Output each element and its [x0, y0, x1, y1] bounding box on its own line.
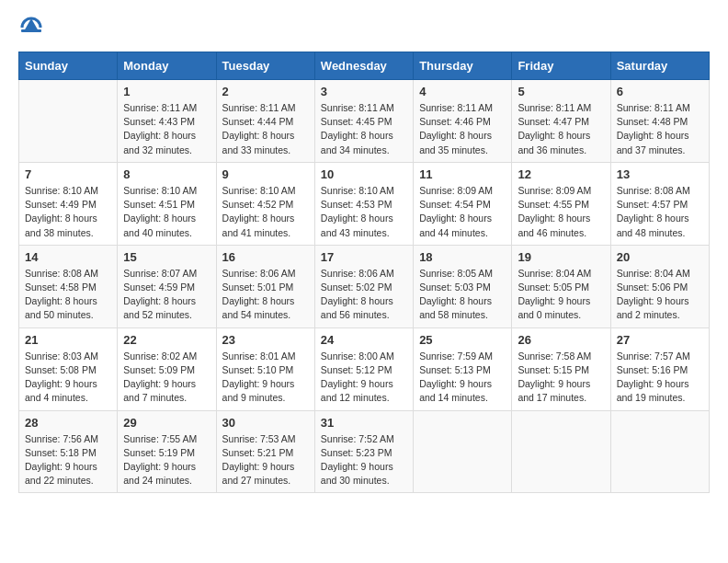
day-info: Sunrise: 8:00 AM Sunset: 5:12 PM Dayligh… [321, 350, 407, 406]
calendar-cell: 31Sunrise: 7:52 AM Sunset: 5:23 PM Dayli… [314, 410, 413, 493]
day-info: Sunrise: 8:08 AM Sunset: 4:57 PM Dayligh… [617, 184, 703, 240]
day-info: Sunrise: 8:11 AM Sunset: 4:45 PM Dayligh… [321, 101, 407, 157]
day-info: Sunrise: 7:55 AM Sunset: 5:19 PM Dayligh… [123, 432, 210, 488]
weekday-saturday: Saturday [610, 52, 709, 80]
day-number: 7 [25, 167, 111, 181]
calendar-cell [610, 410, 709, 493]
day-number: 13 [617, 167, 703, 181]
calendar-cell: 11Sunrise: 8:09 AM Sunset: 4:54 PM Dayli… [414, 162, 512, 245]
logo-icon [18, 15, 44, 40]
calendar-cell: 27Sunrise: 7:57 AM Sunset: 5:16 PM Dayli… [610, 327, 709, 410]
calendar-cell: 13Sunrise: 8:08 AM Sunset: 4:57 PM Dayli… [610, 162, 709, 245]
day-info: Sunrise: 8:10 AM Sunset: 4:49 PM Dayligh… [25, 184, 111, 240]
calendar-cell: 28Sunrise: 7:56 AM Sunset: 5:18 PM Dayli… [19, 410, 118, 493]
calendar-cell: 16Sunrise: 8:06 AM Sunset: 5:01 PM Dayli… [216, 245, 314, 327]
calendar-cell: 4Sunrise: 8:11 AM Sunset: 4:46 PM Daylig… [414, 80, 512, 163]
day-info: Sunrise: 8:11 AM Sunset: 4:44 PM Dayligh… [222, 101, 309, 157]
day-number: 24 [321, 333, 407, 347]
calendar-body: 1Sunrise: 8:11 AM Sunset: 4:43 PM Daylig… [19, 80, 710, 493]
calendar-cell: 19Sunrise: 8:04 AM Sunset: 5:05 PM Dayli… [512, 245, 610, 327]
calendar-cell: 20Sunrise: 8:04 AM Sunset: 5:06 PM Dayli… [610, 245, 709, 327]
day-number: 19 [518, 250, 604, 264]
day-number: 2 [222, 85, 309, 98]
day-info: Sunrise: 8:11 AM Sunset: 4:46 PM Dayligh… [419, 101, 506, 157]
day-number: 22 [123, 333, 210, 347]
day-number: 28 [25, 416, 111, 430]
day-number: 12 [518, 167, 604, 181]
day-info: Sunrise: 8:01 AM Sunset: 5:10 PM Dayligh… [222, 350, 309, 406]
calendar-cell [414, 410, 512, 493]
logo [18, 15, 48, 40]
day-number: 20 [617, 250, 703, 264]
day-info: Sunrise: 8:04 AM Sunset: 5:05 PM Dayligh… [518, 267, 604, 323]
day-number: 15 [123, 250, 210, 264]
day-number: 18 [419, 250, 506, 264]
weekday-tuesday: Tuesday [216, 52, 314, 80]
weekday-sunday: Sunday [19, 52, 118, 80]
calendar-cell: 30Sunrise: 7:53 AM Sunset: 5:21 PM Dayli… [216, 410, 314, 493]
calendar-cell: 18Sunrise: 8:05 AM Sunset: 5:03 PM Dayli… [414, 245, 512, 327]
day-number: 9 [222, 167, 309, 181]
weekday-monday: Monday [118, 52, 216, 80]
calendar-table: SundayMondayTuesdayWednesdayThursdayFrid… [18, 52, 710, 493]
calendar-cell: 17Sunrise: 8:06 AM Sunset: 5:02 PM Dayli… [314, 245, 413, 327]
calendar-cell: 26Sunrise: 7:58 AM Sunset: 5:15 PM Dayli… [512, 327, 610, 410]
day-number: 26 [518, 333, 604, 347]
calendar-cell: 1Sunrise: 8:11 AM Sunset: 4:43 PM Daylig… [118, 80, 216, 163]
day-info: Sunrise: 8:08 AM Sunset: 4:58 PM Dayligh… [25, 267, 111, 323]
calendar-cell: 29Sunrise: 7:55 AM Sunset: 5:19 PM Dayli… [118, 410, 216, 493]
day-info: Sunrise: 7:57 AM Sunset: 5:16 PM Dayligh… [617, 350, 703, 406]
calendar-cell: 2Sunrise: 8:11 AM Sunset: 4:44 PM Daylig… [216, 80, 314, 163]
calendar-cell: 3Sunrise: 8:11 AM Sunset: 4:45 PM Daylig… [314, 80, 413, 163]
day-number: 1 [123, 85, 210, 98]
header [18, 15, 710, 40]
day-info: Sunrise: 8:07 AM Sunset: 4:59 PM Dayligh… [123, 267, 210, 323]
day-number: 11 [419, 167, 506, 181]
day-info: Sunrise: 8:10 AM Sunset: 4:53 PM Dayligh… [321, 184, 407, 240]
day-number: 3 [321, 85, 407, 98]
calendar-cell: 25Sunrise: 7:59 AM Sunset: 5:13 PM Dayli… [414, 327, 512, 410]
day-number: 27 [617, 333, 703, 347]
calendar-cell: 14Sunrise: 8:08 AM Sunset: 4:58 PM Dayli… [19, 245, 118, 327]
day-info: Sunrise: 7:58 AM Sunset: 5:15 PM Dayligh… [518, 350, 604, 406]
calendar-cell [19, 80, 118, 163]
day-number: 21 [25, 333, 111, 347]
day-info: Sunrise: 8:05 AM Sunset: 5:03 PM Dayligh… [419, 267, 506, 323]
day-info: Sunrise: 8:11 AM Sunset: 4:43 PM Dayligh… [123, 101, 210, 157]
day-number: 29 [123, 416, 210, 430]
day-number: 25 [419, 333, 506, 347]
day-info: Sunrise: 8:06 AM Sunset: 5:01 PM Dayligh… [222, 267, 309, 323]
day-number: 10 [321, 167, 407, 181]
day-number: 30 [222, 416, 309, 430]
day-number: 16 [222, 250, 309, 264]
calendar-cell: 5Sunrise: 8:11 AM Sunset: 4:47 PM Daylig… [512, 80, 610, 163]
day-number: 23 [222, 333, 309, 347]
week-row-4: 28Sunrise: 7:56 AM Sunset: 5:18 PM Dayli… [19, 410, 710, 493]
day-info: Sunrise: 7:53 AM Sunset: 5:21 PM Dayligh… [222, 432, 309, 488]
calendar-cell: 24Sunrise: 8:00 AM Sunset: 5:12 PM Dayli… [314, 327, 413, 410]
day-info: Sunrise: 8:11 AM Sunset: 4:47 PM Dayligh… [518, 101, 604, 157]
day-info: Sunrise: 7:59 AM Sunset: 5:13 PM Dayligh… [419, 350, 506, 406]
week-row-2: 14Sunrise: 8:08 AM Sunset: 4:58 PM Dayli… [19, 245, 710, 327]
day-number: 4 [419, 85, 506, 98]
day-info: Sunrise: 8:04 AM Sunset: 5:06 PM Dayligh… [617, 267, 703, 323]
day-info: Sunrise: 8:02 AM Sunset: 5:09 PM Dayligh… [123, 350, 210, 406]
calendar-page: SundayMondayTuesdayWednesdayThursdayFrid… [0, 0, 728, 508]
svg-rect-1 [21, 29, 41, 32]
day-number: 14 [25, 250, 111, 264]
day-number: 5 [518, 85, 604, 98]
weekday-friday: Friday [512, 52, 610, 80]
calendar-cell [512, 410, 610, 493]
calendar-cell: 8Sunrise: 8:10 AM Sunset: 4:51 PM Daylig… [118, 162, 216, 245]
day-number: 8 [123, 167, 210, 181]
week-row-0: 1Sunrise: 8:11 AM Sunset: 4:43 PM Daylig… [19, 80, 710, 163]
calendar-header: SundayMondayTuesdayWednesdayThursdayFrid… [19, 52, 710, 80]
day-number: 31 [321, 416, 407, 430]
weekday-thursday: Thursday [414, 52, 512, 80]
day-info: Sunrise: 8:10 AM Sunset: 4:51 PM Dayligh… [123, 184, 210, 240]
calendar-cell: 12Sunrise: 8:09 AM Sunset: 4:55 PM Dayli… [512, 162, 610, 245]
day-info: Sunrise: 8:09 AM Sunset: 4:55 PM Dayligh… [518, 184, 604, 240]
day-number: 6 [617, 85, 703, 98]
week-row-3: 21Sunrise: 8:03 AM Sunset: 5:08 PM Dayli… [19, 327, 710, 410]
day-info: Sunrise: 8:10 AM Sunset: 4:52 PM Dayligh… [222, 184, 309, 240]
